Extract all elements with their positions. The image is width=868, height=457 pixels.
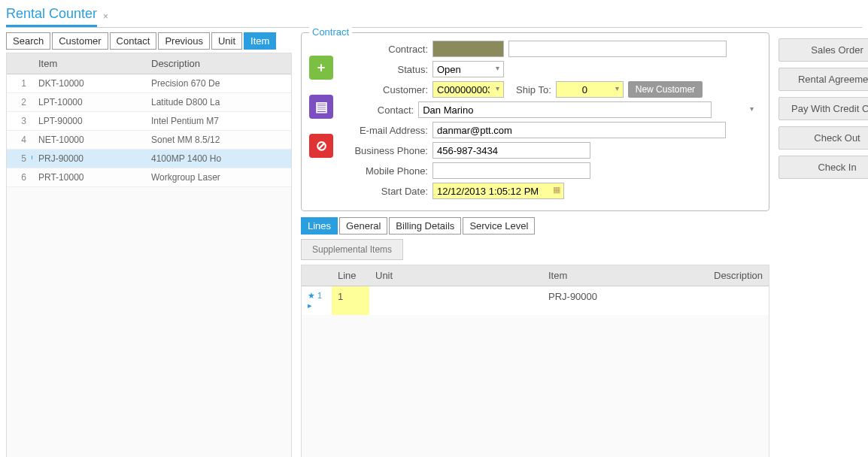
rental-agreement-button[interactable]: Rental Agreement — [778, 68, 868, 91]
supplemental-items-button[interactable]: Supplemental Items — [301, 239, 403, 260]
row-item: LPT-90000 — [32, 112, 145, 130]
lines-col-line[interactable]: Line — [332, 265, 369, 286]
tab-item[interactable]: Item — [244, 32, 276, 50]
row-number: 2 — [7, 93, 32, 111]
item-row[interactable]: 4NET-10000Sonet MM 8.5/12 — [7, 131, 291, 150]
col-description[interactable]: Description — [145, 53, 291, 74]
line-desc — [708, 286, 769, 315]
item-row[interactable]: 5PRJ-900004100MP 1400 Ho — [7, 150, 291, 168]
email-label: E-mail Address: — [347, 125, 428, 136]
row-item: NET-10000 — [32, 131, 145, 149]
row-item: PRT-10000 — [32, 168, 145, 186]
business-phone-field[interactable] — [432, 142, 590, 159]
mphone-label: Mobile Phone: — [347, 165, 428, 177]
contact-label: Contact: — [347, 104, 414, 116]
sales-order-button[interactable]: Sales Order — [778, 38, 868, 62]
subtab-service-level[interactable]: Service Level — [463, 217, 535, 235]
check-in-button[interactable]: Check In — [778, 156, 868, 179]
row-desc: Workgroup Laser — [145, 168, 291, 186]
line-unit[interactable] — [369, 286, 542, 315]
row-desc: Sonet MM 8.5/12 — [145, 131, 291, 149]
col-number — [7, 53, 32, 74]
lines-col-item[interactable]: Item — [542, 265, 708, 286]
subtab-billing-details[interactable]: Billing Details — [389, 217, 461, 235]
item-row[interactable]: 2LPT-10000Latitude D800 La — [7, 93, 291, 112]
shipto-label: Ship To: — [516, 84, 551, 95]
pay-with-credit-card-button[interactable]: Pay With Credit Card — [778, 97, 868, 120]
line-number[interactable]: 1 — [332, 286, 369, 315]
page-title: Rental Counter — [6, 6, 97, 27]
item-row[interactable]: 6PRT-10000Workgroup Laser — [7, 168, 291, 187]
status-label: Status: — [347, 64, 428, 75]
mobile-phone-field[interactable] — [432, 162, 590, 179]
tab-contact[interactable]: Contact — [110, 32, 157, 50]
lines-col-ctrl — [302, 265, 332, 286]
start-label: Start Date: — [347, 186, 428, 197]
start-date-field[interactable] — [432, 183, 564, 199]
tab-customer[interactable]: Customer — [52, 32, 108, 50]
contract-desc-field[interactable] — [508, 41, 727, 57]
contract-legend: Contract — [309, 26, 352, 38]
row-number: 4 — [7, 131, 32, 149]
contact-select[interactable] — [418, 101, 712, 118]
row-desc: Intel Pentium M7 — [145, 112, 291, 130]
close-tab-icon[interactable]: × — [103, 11, 108, 22]
row-item: DKT-10000 — [32, 74, 145, 92]
calendar-icon[interactable]: ▤ — [309, 95, 333, 119]
row-number: 6 — [7, 168, 32, 186]
status-select[interactable] — [432, 61, 504, 77]
row-item: LPT-10000 — [32, 93, 145, 111]
customer-label: Customer: — [347, 84, 428, 95]
contract-label: Contract: — [347, 44, 428, 55]
check-out-button[interactable]: Check Out — [778, 126, 868, 150]
bphone-label: Business Phone: — [347, 145, 428, 156]
lines-col-description[interactable]: Description — [708, 265, 769, 286]
cancel-icon[interactable]: ⊘ — [309, 134, 333, 158]
tab-unit[interactable]: Unit — [211, 32, 242, 50]
row-desc: 4100MP 1400 Ho — [145, 150, 291, 168]
row-number: 3 — [7, 112, 32, 130]
tab-previous[interactable]: Previous — [158, 32, 210, 50]
item-row[interactable]: 1DKT-10000Precision 670 De — [7, 74, 291, 93]
line-item: PRJ-90000 — [542, 286, 708, 315]
row-number: 5 — [7, 150, 32, 168]
customer-select[interactable] — [432, 81, 504, 98]
line-row[interactable]: ★ 1 ▸1PRJ-90000 — [302, 286, 769, 315]
item-row[interactable]: 3LPT-90000Intel Pentium M7 — [7, 112, 291, 131]
row-number: 1 — [7, 74, 32, 92]
lines-col-unit[interactable]: Unit — [369, 265, 542, 286]
shipto-select[interactable] — [556, 81, 624, 98]
subtab-general[interactable]: General — [339, 217, 387, 235]
row-desc: Latitude D800 La — [145, 93, 291, 111]
row-item: PRJ-90000 — [32, 150, 145, 168]
col-item[interactable]: Item — [32, 53, 145, 74]
tab-search[interactable]: Search — [6, 32, 50, 50]
contract-id-field[interactable] — [432, 41, 504, 57]
add-icon[interactable]: + — [309, 56, 333, 80]
subtab-lines[interactable]: Lines — [301, 217, 338, 235]
email-field[interactable] — [432, 122, 726, 138]
row-desc: Precision 670 De — [145, 74, 291, 92]
datepicker-icon[interactable]: ▦ — [553, 185, 560, 195]
line-ctrl[interactable]: ★ 1 ▸ — [302, 286, 332, 315]
new-customer-button[interactable]: New Customer — [628, 81, 703, 98]
